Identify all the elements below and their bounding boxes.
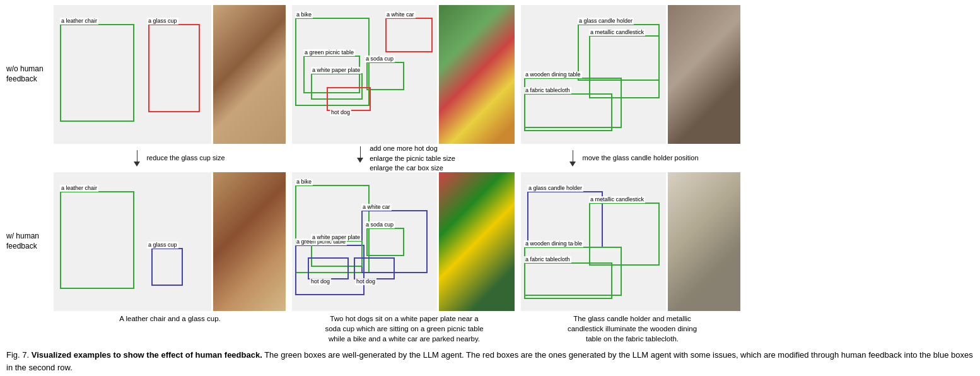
label-metallic-top: a metallic candlestick	[589, 29, 645, 36]
label-tablecloth-bot: a fabric tablecloth	[524, 256, 571, 263]
bbox-tablecloth-bot	[524, 262, 612, 299]
label-leather-chair-top: a leather chair	[60, 18, 98, 25]
arrow-line-col3	[573, 150, 573, 162]
bot-col2-bbox-panel: a bike a white car a green picnic table …	[292, 172, 437, 311]
top-col1-bbox-panel: a leather chair a glass cup	[54, 5, 211, 144]
gap1	[288, 5, 290, 144]
label-tablecloth-top: a fabric tablecloth	[524, 87, 571, 94]
bot-col1-bbox-panel: a leather chair a glass cup	[54, 172, 211, 311]
caption-col3: The glass candle holder and metallic can…	[522, 314, 742, 344]
bbox-white-car-top	[385, 18, 433, 52]
top-panels-row: a leather chair a glass cup a bike	[54, 5, 974, 144]
top-col2-bbox-panel: a bike a white car a green picnic table …	[292, 5, 437, 144]
label-leather-chair-bot: a leather chair	[60, 185, 98, 192]
caption-col2: Two hot dogs sit on a white paper plate …	[293, 314, 516, 344]
bot-col1-img-panel	[213, 172, 286, 311]
bottom-panels-row: a leather chair a glass cup a bike a w	[54, 172, 974, 311]
label-white-car-top: a white car	[385, 11, 416, 18]
label-paper-plate-top: a white paper plate	[311, 67, 361, 74]
label-picnic-table-top: a green picnic table	[303, 49, 355, 56]
figure-area: w/o humanfeedback a leather chair a glas…	[6, 5, 974, 373]
bbox-hot-dog-top	[327, 87, 371, 111]
label-bike-bot: a bike	[295, 179, 313, 185]
bot-col3-img-panel	[668, 172, 740, 311]
top-col1-img-panel	[213, 5, 286, 144]
label-soda-cup-bot: a soda cup	[365, 221, 395, 228]
bbox-hot-dog2-bot	[354, 257, 395, 279]
bbox-leather-chair-top	[60, 24, 134, 122]
bbox-tablecloth-top	[524, 93, 612, 131]
bot-col2-img-panel	[439, 172, 515, 311]
arrow-line-col1	[137, 150, 137, 162]
fig-bold: Visualized examples to show the effect o…	[32, 350, 262, 360]
gap3	[288, 172, 290, 311]
label-hot-dog-top: hot dog	[330, 109, 351, 116]
feedback-text-col1: reduce the glass cup size	[146, 153, 225, 163]
label-dining-table-bot: a wooden dining ta·ble	[524, 240, 583, 247]
bbox-glass-cup-top	[148, 24, 200, 112]
bbox-glass-cup-bot	[151, 248, 183, 286]
arrow-head-col3	[569, 162, 576, 167]
top-col2-img1-panel	[439, 5, 515, 144]
top-col3-img-panel	[668, 5, 740, 144]
label-glass-candle-top: a glass candle holder	[578, 18, 634, 25]
feedback-section-col2: add one more hot dog enlarge the picnic …	[289, 143, 512, 173]
label-paper-plate-bot: a white paper plate	[311, 234, 361, 241]
caption-text-col3: The glass candle holder and metallic can…	[568, 315, 697, 343]
caption-text-col1: A leather chair and a glass cup.	[119, 315, 220, 322]
arrow-head-col2	[357, 158, 363, 163]
label-glass-cup-bot: a glass cup	[147, 242, 178, 249]
bbox-leather-chair-bot	[60, 191, 134, 289]
caption-text-col2: Two hot dogs sit on a white paper plate …	[325, 315, 483, 343]
feedback-row: reduce the glass cup size add one more h…	[54, 144, 974, 172]
feedback-text-col3: move the glass candle holder position	[582, 153, 698, 163]
label-white-car-bot: a white car	[361, 204, 392, 211]
row-label-top: w/o humanfeedback	[6, 5, 54, 144]
label-glass-candle-bot: a glass candle holder	[527, 185, 583, 192]
feedback-section-col3: move the glass candle holder position	[515, 150, 735, 167]
caption-row: A leather chair and a glass cup. Two hot…	[54, 314, 974, 344]
arrow-col3	[569, 150, 576, 167]
gap4	[516, 172, 519, 311]
gap-cap2	[518, 314, 520, 344]
bottom-row-wrapper: w/ humanfeedback a leather chair a glass…	[6, 172, 974, 311]
arrow-line-col2	[360, 146, 361, 158]
main-container: w/o humanfeedback a leather chair a glas…	[0, 0, 980, 376]
row-label-bottom: w/ humanfeedback	[6, 172, 54, 311]
gap2	[516, 5, 519, 144]
top-col3-bbox-panel: a glass candle holder a metallic candles…	[521, 5, 666, 144]
fig-label: Fig. 7.	[6, 350, 32, 360]
gap-cap1	[288, 314, 291, 344]
top-row-wrapper: w/o humanfeedback a leather chair a glas…	[6, 5, 974, 144]
feedback-text-col2: add one more hot dog enlarge the picnic …	[370, 144, 455, 173]
feedback-section-col1: reduce the glass cup size	[54, 150, 286, 167]
label-dining-table-top: a wooden dining table	[524, 71, 582, 78]
bot-col3-bbox-panel: a glass candle holder a metallic candles…	[521, 172, 666, 311]
label-hot-dog1-bot: hot dog	[310, 278, 331, 285]
bbox-soda-cup-bot	[366, 228, 404, 256]
label-glass-cup-top: a glass cup	[147, 18, 178, 25]
label-soda-cup-top: a soda cup	[365, 56, 395, 62]
arrow-col2	[357, 146, 363, 163]
bbox-hot-dog1-bot	[308, 257, 349, 279]
fig-caption: Fig. 7. Visualized examples to show the …	[6, 349, 974, 373]
bbox-soda-cup-top	[366, 62, 404, 90]
arrow-col1	[134, 150, 140, 167]
label-hot-dog2-bot: hot dog	[355, 278, 376, 285]
arrow-head-col1	[134, 162, 140, 167]
label-bike-top: a bike	[295, 11, 313, 18]
caption-col1: A leather chair and a glass cup.	[54, 314, 286, 344]
label-metallic-bot: a metallic candlestick	[589, 196, 645, 203]
